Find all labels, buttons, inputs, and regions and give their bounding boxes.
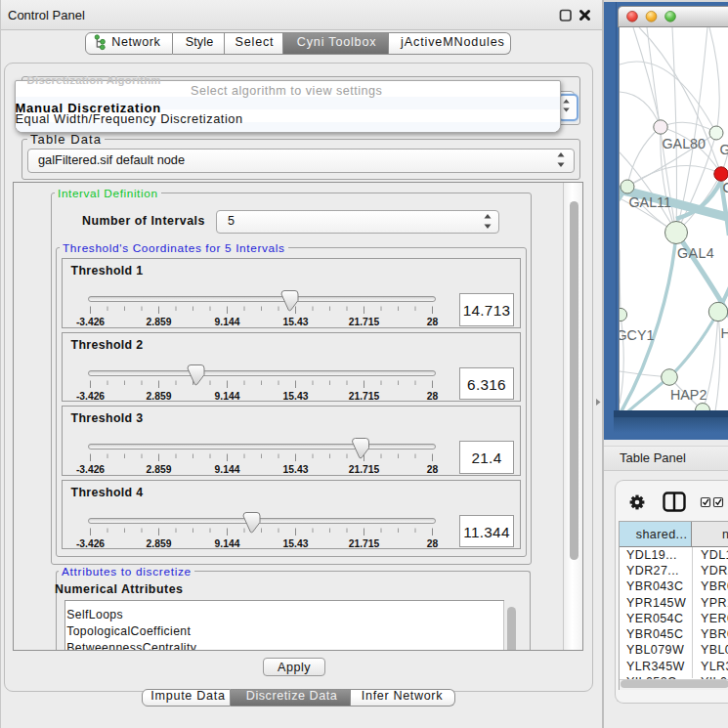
svg-text:-3.426: -3.426 (75, 390, 104, 401)
svg-text:2.859: 2.859 (146, 464, 171, 475)
svg-text:GAL11: GAL11 (628, 194, 670, 210)
svg-text:2.859: 2.859 (146, 317, 171, 327)
svg-text:9.144: 9.144 (214, 390, 239, 401)
svg-text:28: 28 (426, 537, 438, 548)
svg-text:15.43: 15.43 (282, 317, 308, 327)
svg-text:21.715: 21.715 (348, 317, 379, 327)
svg-text:GCY1: GCY1 (620, 326, 654, 342)
svg-text:GAL4: GAL4 (677, 245, 714, 261)
svg-text:GAL80: GAL80 (662, 136, 706, 151)
svg-text:-3.426: -3.426 (75, 464, 104, 475)
svg-text:2.859: 2.859 (146, 537, 171, 548)
svg-text:9.144: 9.144 (214, 537, 239, 548)
svg-text:9.144: 9.144 (214, 317, 239, 327)
svg-text:G: G (722, 180, 728, 195)
svg-text:-3.426: -3.426 (75, 537, 104, 548)
svg-text:-3.426: -3.426 (75, 317, 104, 327)
svg-text:28: 28 (426, 464, 438, 475)
svg-text:HI: HI (720, 325, 728, 341)
svg-text:9.144: 9.144 (214, 464, 239, 475)
svg-text:GA: GA (719, 142, 728, 157)
svg-text:21.715: 21.715 (348, 464, 379, 475)
svg-text:HAP2: HAP2 (670, 387, 707, 403)
svg-text:28: 28 (426, 317, 438, 327)
svg-text:21.715: 21.715 (348, 390, 379, 401)
svg-text:21.715: 21.715 (348, 537, 379, 548)
svg-text:15.43: 15.43 (282, 464, 308, 475)
svg-text:28: 28 (426, 390, 438, 401)
svg-text:2.859: 2.859 (146, 390, 171, 401)
svg-text:15.43: 15.43 (282, 537, 308, 548)
svg-text:15.43: 15.43 (282, 390, 308, 401)
